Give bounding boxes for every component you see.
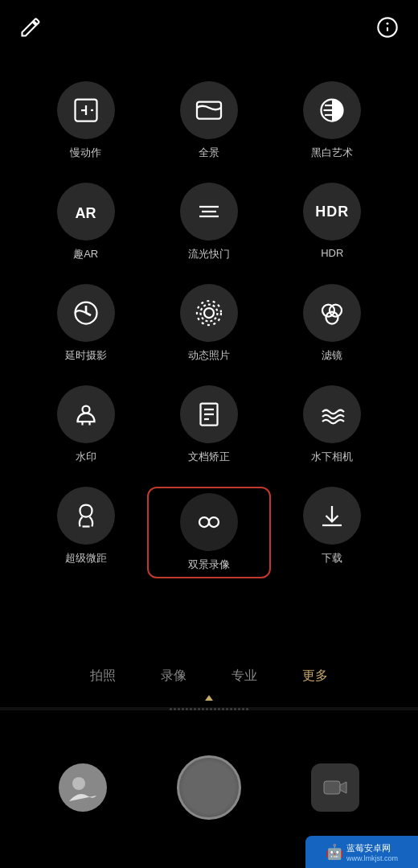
- shutter-label: 流光快门: [188, 247, 230, 261]
- panorama-label: 全景: [199, 146, 219, 160]
- scroll-dot-15: [226, 708, 228, 710]
- watermark-badge: 🤖 蓝莓安卓网 www.lmkjst.com: [305, 836, 418, 868]
- scroll-dot-19: [242, 708, 244, 710]
- shutter-button[interactable]: [177, 755, 241, 820]
- scroll-dot-13: [218, 708, 220, 710]
- scroll-dot-10: [206, 708, 208, 710]
- camera-mode-tabs: 拍照 录像 专业 更多: [0, 656, 418, 691]
- shutter-icon-circle: [180, 183, 238, 241]
- bw-art-label: 黑白艺术: [311, 146, 353, 160]
- scroll-dot-16: [230, 708, 232, 710]
- edit-button[interactable]: [19, 16, 42, 41]
- tab-photo[interactable]: 拍照: [84, 664, 122, 688]
- scroll-dot-1: [170, 708, 172, 710]
- hdr-icon-circle: HDR: [303, 183, 361, 241]
- mode-underwater[interactable]: 水下相机: [271, 385, 394, 464]
- doc-correct-label: 文档矫正: [188, 450, 230, 464]
- scroll-dot-7: [194, 708, 196, 710]
- panorama-icon-circle: [180, 81, 238, 139]
- download-label: 下载: [322, 551, 342, 566]
- scroll-dots: [170, 708, 248, 710]
- scroll-dot-18: [238, 708, 240, 710]
- android-icon: 🤖: [326, 843, 343, 861]
- tab-more[interactable]: 更多: [296, 664, 334, 688]
- svg-rect-30: [324, 781, 340, 794]
- watermark-label: 水印: [76, 450, 96, 464]
- bw-icon-circle: [303, 81, 361, 139]
- mode-panorama[interactable]: 全景: [147, 81, 270, 160]
- dual-view-label: 双景录像: [188, 557, 230, 572]
- mode-ar[interactable]: AR 趣AR: [24, 183, 147, 261]
- hdr-label: HDR: [321, 247, 343, 259]
- doc-icon-circle: [180, 385, 238, 443]
- underwater-icon-circle: [303, 385, 361, 443]
- mode-timelapse[interactable]: 延时摄影: [24, 284, 147, 363]
- macro-icon-circle: [57, 487, 115, 545]
- live-photo-label: 动态照片: [188, 348, 230, 363]
- scroll-dot-12: [214, 708, 216, 710]
- watermark-icon-circle: [57, 385, 115, 443]
- hdr-text: HDR: [315, 204, 349, 220]
- timelapse-icon-circle: [57, 284, 115, 342]
- mode-slow-motion[interactable]: 慢动作: [24, 81, 147, 160]
- svg-point-18: [330, 305, 342, 317]
- mode-download[interactable]: 下载: [271, 487, 394, 574]
- underwater-label: 水下相机: [311, 450, 353, 464]
- svg-point-15: [200, 305, 217, 322]
- mode-doc-correct[interactable]: 文档矫正: [147, 385, 270, 464]
- slow-motion-label: 慢动作: [70, 146, 101, 160]
- mode-grid: 慢动作 全景 黑白艺术 AR 趣AR: [0, 65, 418, 596]
- scroll-dot-5: [186, 708, 188, 710]
- scroll-dot-11: [210, 708, 212, 710]
- video-mode-button[interactable]: [311, 763, 359, 812]
- scroll-dot-2: [174, 708, 176, 710]
- svg-point-20: [82, 406, 89, 413]
- scroll-dot-4: [182, 708, 184, 710]
- tab-video[interactable]: 录像: [154, 664, 193, 688]
- tab-pro[interactable]: 专业: [225, 664, 264, 688]
- ar-icon-circle: AR: [57, 183, 115, 241]
- bottom-controls: [0, 755, 418, 820]
- watermark-info: 蓝莓安卓网 www.lmkjst.com: [346, 842, 398, 862]
- mode-dual-view[interactable]: 双景录像: [147, 487, 270, 578]
- gallery-button[interactable]: [59, 763, 107, 812]
- svg-point-26: [209, 517, 219, 527]
- download-icon-circle: [303, 487, 361, 545]
- scroll-dot-9: [202, 708, 204, 710]
- scroll-dot-20: [246, 708, 248, 710]
- tab-indicator: [205, 695, 213, 701]
- slow-motion-icon-circle: [57, 81, 115, 139]
- svg-point-29: [72, 777, 85, 790]
- scroll-dot-14: [222, 708, 224, 710]
- svg-text:AR: AR: [75, 205, 96, 221]
- filter-label: 滤镜: [322, 348, 342, 363]
- svg-point-19: [326, 312, 338, 324]
- svg-point-25: [199, 517, 209, 527]
- svg-point-14: [204, 308, 214, 318]
- filter-icon-circle: [303, 284, 361, 342]
- timelapse-label: 延时摄影: [65, 348, 107, 363]
- super-macro-label: 超级微距: [65, 551, 107, 566]
- info-button[interactable]: [376, 16, 399, 41]
- watermark-url: www.lmkjst.com: [346, 854, 398, 862]
- tab-indicator-arrow: [205, 695, 213, 701]
- live-icon-circle: [180, 284, 238, 342]
- scroll-dot-6: [190, 708, 192, 710]
- dual-icon-circle: [180, 493, 238, 551]
- watermark-site-name: 蓝莓安卓网: [346, 842, 398, 854]
- scroll-dot-17: [234, 708, 236, 710]
- scroll-indicator: [0, 707, 418, 710]
- mode-super-macro[interactable]: 超级微距: [24, 487, 147, 574]
- ar-label: 趣AR: [73, 247, 98, 261]
- mode-hdr[interactable]: HDR HDR: [271, 183, 394, 261]
- mode-filter[interactable]: 滤镜: [271, 284, 394, 363]
- mode-live-photo[interactable]: 动态照片: [147, 284, 270, 363]
- mode-light-shutter[interactable]: 流光快门: [147, 183, 270, 261]
- mode-bw-art[interactable]: 黑白艺术: [271, 81, 394, 160]
- scroll-dot-3: [178, 708, 180, 710]
- scroll-dot-8: [198, 708, 200, 710]
- top-bar: [0, 0, 418, 49]
- mode-watermark[interactable]: 水印: [24, 385, 147, 464]
